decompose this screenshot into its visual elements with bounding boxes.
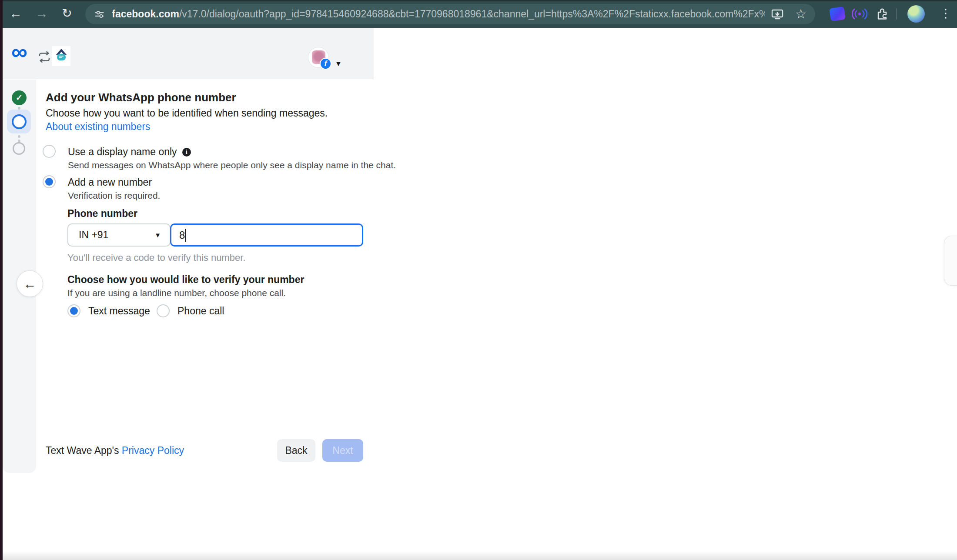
back-button[interactable]: Back — [277, 439, 315, 462]
subtitle-text: Choose how you want to be identified whe… — [46, 107, 328, 119]
url-domain: facebook.com — [112, 8, 179, 20]
add-number-option-label[interactable]: Add a new number — [68, 177, 152, 188]
site-settings-icon[interactable] — [94, 9, 105, 20]
phone-number-value: 8 — [179, 229, 185, 241]
radio-text-message[interactable] — [67, 304, 80, 317]
meta-logo: ∞ — [11, 38, 27, 65]
stepper-dot — [18, 135, 20, 138]
country-code-select[interactable]: IN +91 ▼ — [67, 223, 171, 247]
profile-caret-icon[interactable]: ▼ — [335, 60, 342, 68]
verify-section-subtitle: If you are using a landline number, choo… — [67, 288, 286, 298]
display-name-option-description: Send messages on WhatsApp where people o… — [68, 160, 396, 170]
address-bar[interactable]: facebook.com/v17.0/dialog/oauth?app_id=9… — [85, 4, 815, 24]
country-code-value: IN +91 — [79, 229, 154, 241]
text-cursor — [185, 229, 186, 242]
step-upcoming-icon — [13, 142, 25, 155]
browser-menu-icon[interactable]: ⋮ — [936, 0, 955, 28]
browser-toolbar: ← → ↻ facebook.com/v17.0/dialog/oauth?ap… — [0, 0, 957, 28]
profile-chip[interactable]: f — [308, 47, 329, 68]
privacy-policy-link[interactable]: Privacy Policy — [122, 445, 184, 456]
peeking-panel-edge — [944, 236, 957, 286]
extensions-puzzle-icon[interactable] — [875, 7, 889, 21]
about-existing-numbers-link[interactable]: About existing numbers — [46, 121, 150, 132]
bottom-edge-shading — [0, 551, 957, 560]
floating-back-button[interactable]: ← — [17, 270, 43, 297]
app-logo — [52, 46, 70, 66]
phone-number-label: Phone number — [67, 208, 137, 220]
radio-phone-call[interactable] — [157, 304, 170, 317]
display-name-option-label[interactable]: Use a display name only i — [68, 146, 191, 158]
browser-reload-icon[interactable]: ↻ — [57, 0, 77, 28]
extension-icon-waves[interactable] — [852, 7, 867, 20]
option-label-text: Use a display name only — [68, 146, 177, 158]
extension-icon-signal[interactable] — [829, 7, 846, 21]
url-text[interactable]: facebook.com/v17.0/dialog/oauth?app_id=9… — [112, 8, 765, 20]
bookmark-star-icon[interactable]: ☆ — [795, 8, 806, 20]
next-button[interactable]: Next — [322, 439, 363, 462]
url-path: /v17.0/dialog/oauth?app_id=9784154609246… — [179, 8, 765, 20]
window-left-edge — [0, 0, 3, 560]
phone-number-input[interactable]: 8 — [170, 223, 363, 247]
browser-window: ← → ↻ facebook.com/v17.0/dialog/oauth?ap… — [0, 0, 957, 560]
page-subtitle: Choose how you want to be identified whe… — [46, 107, 338, 133]
toolbar-divider — [896, 8, 897, 20]
option-label-text: Add a new number — [68, 177, 152, 188]
add-number-option-description: Verification is required. — [68, 190, 160, 201]
app-name-text: Text Wave App's — [46, 445, 122, 456]
browser-profile-avatar[interactable] — [907, 5, 925, 23]
verify-section-title: Choose how you would like to verify your… — [67, 274, 304, 286]
phone-helper-text: You'll receive a code to verify this num… — [67, 252, 245, 263]
step-complete-icon: ✓ — [12, 90, 27, 105]
page-title: Add your WhatsApp phone number — [46, 91, 236, 104]
install-app-icon[interactable] — [771, 8, 784, 20]
privacy-policy-line: Text Wave App's Privacy Policy — [46, 445, 184, 457]
sync-icon — [37, 50, 52, 63]
phone-call-label[interactable]: Phone call — [177, 305, 224, 317]
radio-add-new-number[interactable] — [43, 175, 56, 188]
browser-back-icon[interactable]: ← — [6, 0, 25, 28]
text-message-label[interactable]: Text message — [88, 305, 150, 317]
info-icon[interactable]: i — [182, 148, 191, 157]
window-top-edge — [0, 0, 957, 1]
browser-forward-icon[interactable]: → — [32, 0, 51, 28]
back-arrow-icon: ← — [23, 277, 37, 291]
radio-display-name-only[interactable] — [43, 145, 56, 158]
dialog-header: ∞ f ▼ — [0, 28, 374, 79]
chevron-down-icon: ▼ — [154, 231, 161, 239]
step-current-icon — [12, 114, 27, 129]
facebook-badge-icon: f — [320, 58, 331, 70]
